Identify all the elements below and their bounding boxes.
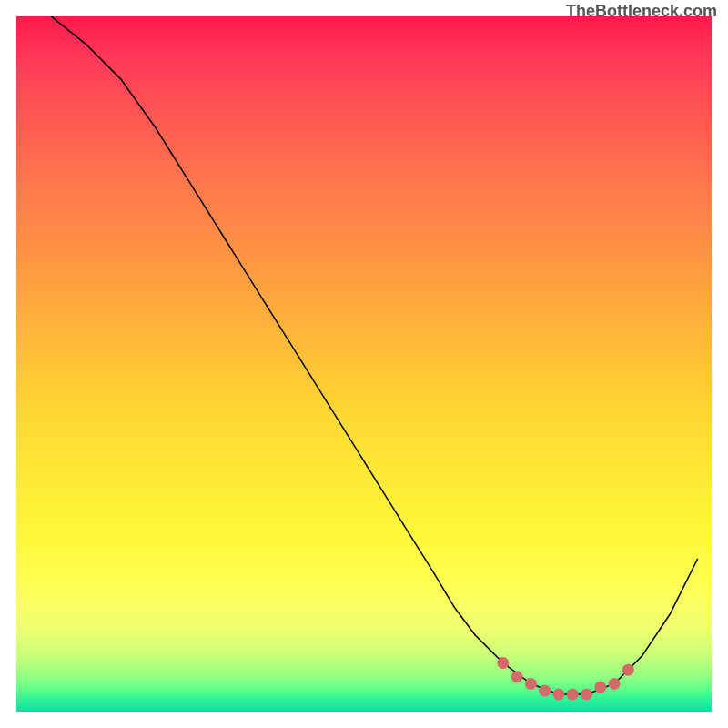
optimal-dots [16, 16, 712, 712]
optimal-dot [581, 688, 592, 700]
optimal-dot [525, 678, 537, 690]
chart-container: TheBottleneck.com [0, 0, 728, 728]
optimal-dot [622, 664, 634, 676]
optimal-dot [539, 685, 551, 697]
optimal-dot [552, 688, 564, 700]
optimal-dot [497, 657, 509, 669]
optimal-dot [609, 678, 621, 690]
watermark-label: TheBottleneck.com [566, 2, 717, 21]
optimal-dot [511, 671, 523, 682]
optimal-dot [567, 688, 579, 700]
optimal-dot [594, 682, 606, 693]
